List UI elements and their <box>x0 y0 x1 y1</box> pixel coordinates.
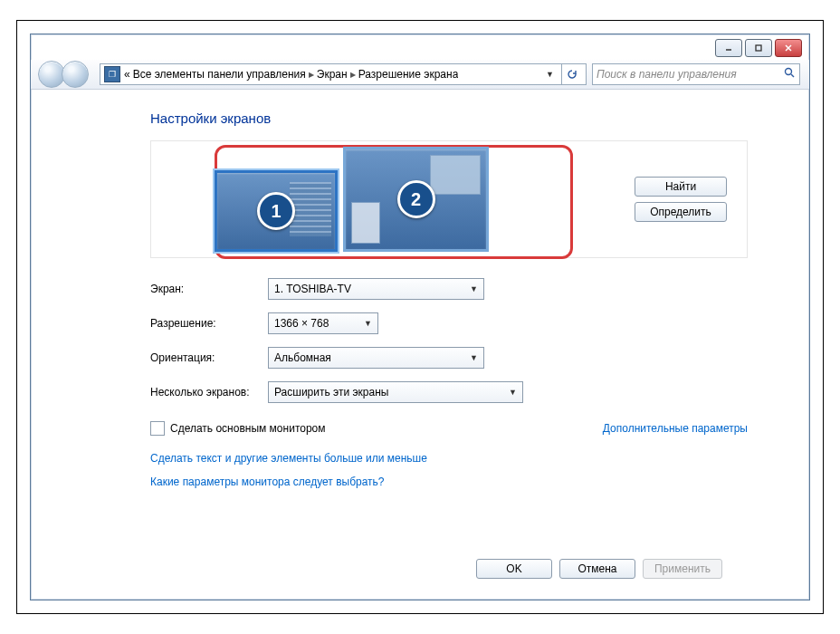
display-select[interactable]: 1. TOSHIBA-TV▼ <box>268 278 484 300</box>
ok-button[interactable]: OK <box>476 559 552 579</box>
multi-display-label: Несколько экранов: <box>150 386 268 399</box>
forward-button[interactable] <box>62 61 89 88</box>
multi-display-select[interactable]: Расширить эти экраны▼ <box>268 381 523 403</box>
chevron-down-icon: ▼ <box>470 284 478 293</box>
keypad-icon <box>290 182 331 236</box>
breadcrumb-item[interactable]: Разрешение экрана <box>358 68 459 81</box>
apply-button[interactable]: Применить <box>643 559 722 579</box>
screen-resolution-window: ❐ « Все элементы панели управления ▶ Экр… <box>30 34 810 600</box>
monitor-2[interactable]: 2 <box>343 147 489 252</box>
svg-point-4 <box>786 69 792 75</box>
make-primary-checkbox[interactable] <box>150 421 165 436</box>
address-bar[interactable]: ❐ « Все элементы панели управления ▶ Экр… <box>100 63 587 85</box>
minimize-button[interactable] <box>715 39 742 57</box>
document-icon <box>351 202 380 244</box>
chevron-down-icon: ▼ <box>470 353 478 362</box>
find-button[interactable]: Найти <box>635 177 727 197</box>
dialog-footer: OK Отмена Применить <box>31 546 809 591</box>
display-arrangement-panel: 1 2 Найти Определить <box>150 140 748 258</box>
refresh-button[interactable] <box>561 64 582 84</box>
monitor-number-badge: 2 <box>397 180 435 218</box>
navigation-bar: ❐ « Все элементы панели управления ▶ Экр… <box>31 60 809 90</box>
svg-rect-1 <box>756 45 761 51</box>
monitor-params-help-link[interactable]: Какие параметры монитора следует выбрать… <box>150 476 385 488</box>
orientation-label: Ориентация: <box>150 351 268 364</box>
search-icon <box>784 67 796 82</box>
search-placeholder: Поиск в панели управления <box>597 68 737 81</box>
breadcrumb-prefix: « <box>124 68 130 81</box>
chevron-down-icon: ▼ <box>509 388 517 397</box>
chevron-down-icon: ▼ <box>364 319 372 328</box>
chevron-right-icon: ▶ <box>350 71 356 79</box>
maximize-button[interactable] <box>745 39 772 57</box>
svg-line-5 <box>791 74 794 77</box>
breadcrumb-item[interactable]: Все элементы панели управления <box>133 68 306 81</box>
search-input[interactable]: Поиск в панели управления <box>592 63 800 85</box>
window-icon <box>430 155 481 195</box>
text-size-link[interactable]: Сделать текст и другие элементы больше и… <box>150 452 427 465</box>
address-dropdown-icon[interactable]: ▼ <box>542 70 558 79</box>
page-title: Настройки экранов <box>150 110 809 126</box>
cancel-button[interactable]: Отмена <box>559 559 635 579</box>
display-label: Экран: <box>150 283 268 295</box>
content-area: Настройки экранов 1 2 Найти О <box>31 89 809 600</box>
identify-button[interactable]: Определить <box>635 202 727 222</box>
resolution-label: Разрешение: <box>150 317 268 330</box>
chevron-right-icon: ▶ <box>309 71 314 79</box>
control-panel-icon: ❐ <box>104 66 120 82</box>
monitor-number-badge: 1 <box>257 192 295 230</box>
advanced-settings-link[interactable]: Дополнительные параметры <box>603 422 748 435</box>
breadcrumb-item[interactable]: Экран <box>317 68 348 81</box>
close-button[interactable] <box>775 39 802 57</box>
window-controls <box>715 39 802 57</box>
monitor-preview-area[interactable]: 1 2 <box>215 147 489 252</box>
monitor-1[interactable]: 1 <box>215 170 338 252</box>
resolution-select[interactable]: 1366 × 768▼ <box>268 312 378 334</box>
settings-form: Экран: 1. TOSHIBA-TV▼ Разрешение: 1366 ×… <box>150 278 809 403</box>
orientation-select[interactable]: Альбомная▼ <box>268 347 484 369</box>
breadcrumb: « Все элементы панели управления ▶ Экран… <box>124 68 458 81</box>
make-primary-label: Сделать основным монитором <box>170 422 326 435</box>
